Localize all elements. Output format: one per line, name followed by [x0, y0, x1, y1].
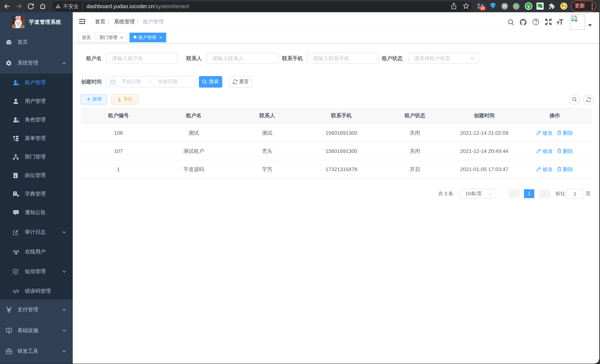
svg-text:⌘: ⌘ — [502, 3, 507, 9]
svg-text:y: y — [527, 3, 530, 9]
